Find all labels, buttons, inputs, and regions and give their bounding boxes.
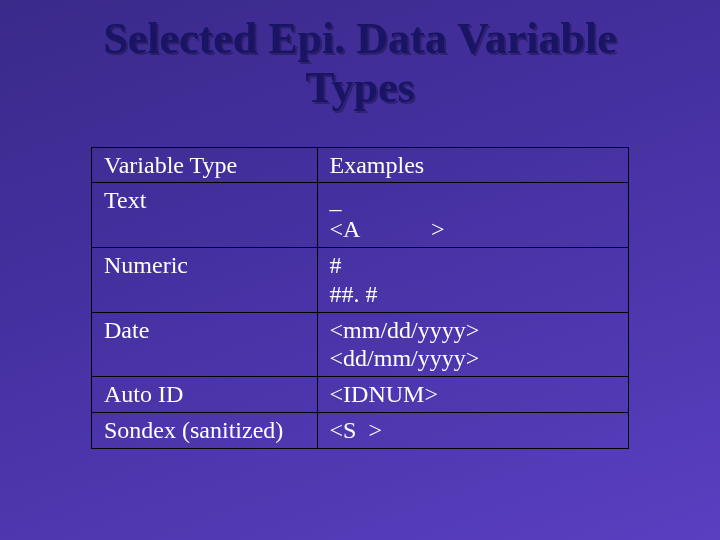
cell-type: Auto ID (92, 377, 318, 413)
title-line-1: Selected Epi. Data Variable (103, 14, 616, 63)
cell-examples: <IDNUM> (317, 377, 628, 413)
variable-types-table: Variable Type Examples Text _ <A > Numer… (91, 147, 629, 449)
table-row: Sondex (sanitized) <S > (92, 412, 629, 448)
header-examples: Examples (317, 147, 628, 183)
cell-type: Sondex (sanitized) (92, 412, 318, 448)
header-variable-type: Variable Type (92, 147, 318, 183)
table-header-row: Variable Type Examples (92, 147, 629, 183)
cell-examples: <S > (317, 412, 628, 448)
cell-examples: # ##. # (317, 247, 628, 312)
table-row: Text _ <A > (92, 183, 629, 248)
table-row: Date <mm/dd/yyyy> <dd/mm/yyyy> (92, 312, 629, 377)
cell-type: Numeric (92, 247, 318, 312)
cell-examples: <mm/dd/yyyy> <dd/mm/yyyy> (317, 312, 628, 377)
cell-type: Date (92, 312, 318, 377)
slide-title: Selected Epi. Data Variable Types (0, 0, 720, 113)
title-line-2: Types (305, 63, 414, 112)
table-row: Numeric # ##. # (92, 247, 629, 312)
table-container: Variable Type Examples Text _ <A > Numer… (91, 147, 629, 449)
table-row: Auto ID <IDNUM> (92, 377, 629, 413)
cell-examples: _ <A > (317, 183, 628, 248)
cell-type: Text (92, 183, 318, 248)
